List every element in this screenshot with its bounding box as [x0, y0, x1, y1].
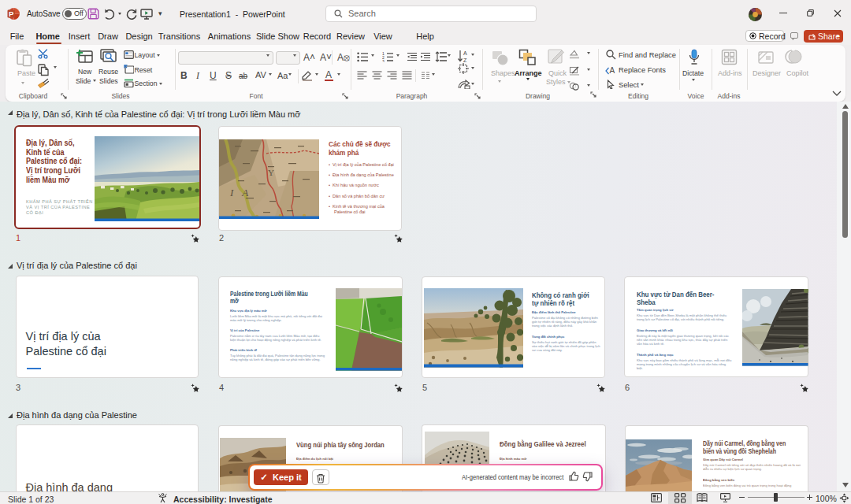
svg-text:Z: Z	[463, 57, 467, 63]
svg-text:Y: Y	[268, 168, 274, 177]
svg-text:P: P	[9, 9, 14, 18]
svg-text:A: A	[463, 50, 467, 56]
svg-text:A: A	[610, 66, 615, 75]
svg-text:3: 3	[382, 59, 385, 63]
svg-text:I A: I A	[229, 187, 251, 198]
